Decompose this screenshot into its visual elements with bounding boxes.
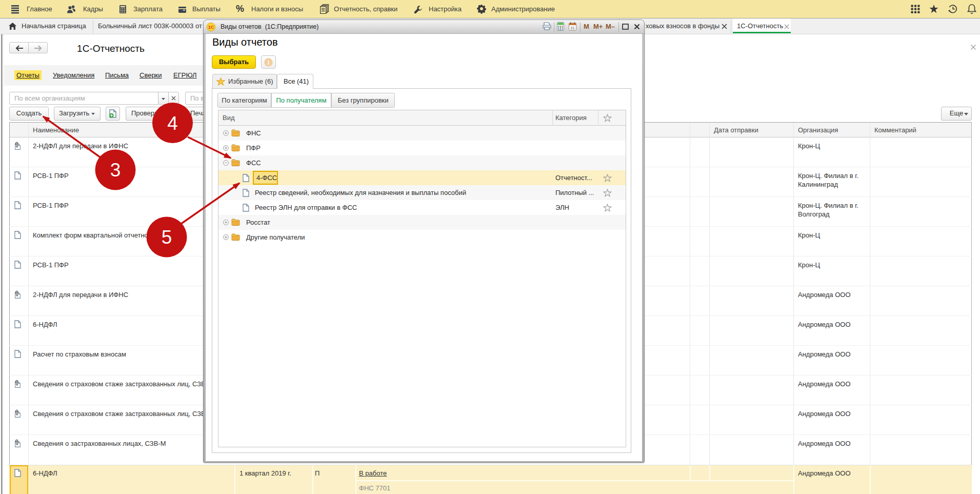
svg-text:31: 31 xyxy=(570,26,575,30)
svg-text:1С: 1С xyxy=(208,25,214,30)
svg-text:3: 3 xyxy=(110,160,121,181)
svg-text:5: 5 xyxy=(162,227,172,248)
